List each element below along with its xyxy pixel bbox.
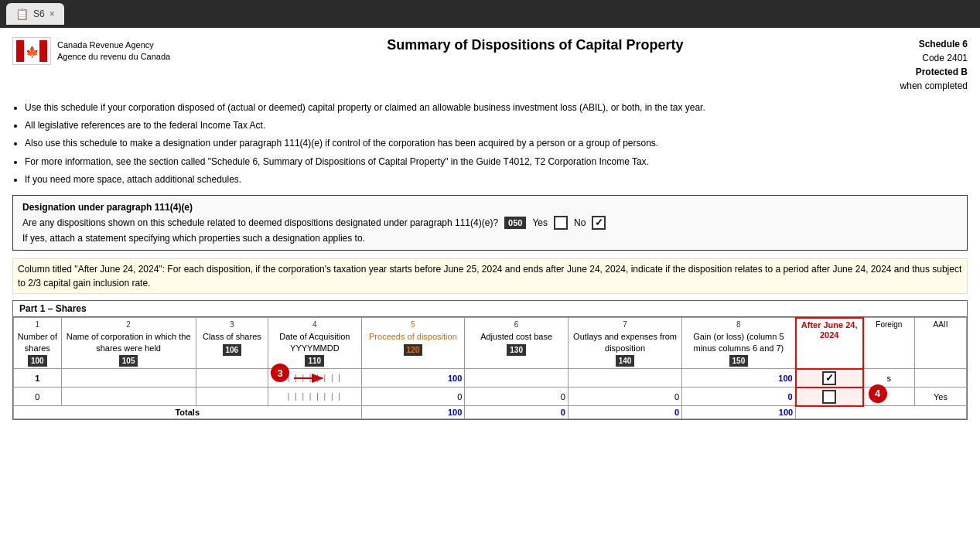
row-1-outlays[interactable] — [568, 369, 681, 388]
row-1-proceeds[interactable]: 100 — [361, 369, 465, 388]
logo-area: 🍁 Canada Revenue Agency Agence du revenu… — [12, 37, 170, 65]
no-checkbox[interactable] — [592, 216, 606, 230]
row-1-foreign-value: s — [887, 374, 892, 383]
totals-gain-value: 100 — [779, 408, 793, 417]
yes-label: Yes — [532, 217, 548, 228]
totals-acb: 0 — [465, 406, 569, 419]
no-label: No — [574, 217, 586, 228]
designation-note: If yes, attach a statement specifying wh… — [22, 233, 958, 244]
row-1-after-checkbox[interactable] — [822, 371, 836, 385]
table-row: 1 | | | | | | | | 3 — [14, 369, 967, 388]
designation-box: Designation under paragraph 111(4)(e) Ar… — [12, 195, 968, 251]
col-header-aaii: AAII — [914, 318, 966, 369]
tab-label: S6 — [33, 9, 45, 19]
circle-4-badge: 4 — [869, 384, 887, 403]
row-1-after[interactable] — [796, 369, 863, 388]
instructions-list: Use this schedule if your corporation di… — [12, 101, 968, 187]
row-1-date[interactable]: | | | | | | | | 3 — [268, 369, 361, 388]
date-tick-marks-2: | | | | | | | | — [288, 392, 342, 401]
svg-text:🍁: 🍁 — [26, 46, 39, 59]
instruction-1: Use this schedule if your corporation di… — [25, 101, 968, 115]
page-title: Summary of Dispositions of Capital Prope… — [170, 37, 900, 53]
totals-row: Totals 100 0 0 100 — [14, 406, 967, 419]
instruction-3: Also use this schedule to make a designa… — [25, 136, 968, 151]
svg-rect-0 — [16, 40, 24, 62]
tab-icon: 📋 — [15, 8, 29, 20]
row-2-class[interactable] — [196, 388, 268, 406]
col-header-7: 7 Outlays and expenses from disposition … — [568, 318, 681, 369]
row-2-acb: 0 — [465, 388, 569, 406]
part1-table: 1 Number of shares 100 2 Name of corpora… — [13, 317, 967, 419]
designation-title: Designation under paragraph 111(4)(e) — [22, 202, 958, 213]
row-2-num-shares: 0 — [14, 388, 62, 406]
totals-proceeds-value: 100 — [448, 408, 462, 417]
row-1-class[interactable] — [196, 369, 268, 388]
designation-row: Are any dispositions shown on this sched… — [22, 216, 958, 230]
part1-title: Part 1 – Shares — [13, 301, 967, 317]
col-header-1: 1 Number of shares 100 — [14, 318, 62, 369]
instruction-5: If you need more space, attach additiona… — [25, 172, 968, 187]
agency-fr: Agence du revenu du Canada — [57, 51, 170, 63]
row-2-proceeds: 0 — [361, 388, 465, 406]
row-2-date[interactable]: | | | | | | | | — [268, 388, 361, 406]
schedule-name: Schedule 6 — [900, 37, 968, 51]
row-1-gain-value: 100 — [778, 374, 792, 383]
svg-rect-2 — [39, 40, 47, 62]
row-2-aaii: Yes — [914, 388, 966, 406]
totals-label: Totals — [14, 406, 362, 419]
col-header-8: 8 Gain (or loss) (column 5 minus columns… — [682, 318, 796, 369]
row-2-corp-name[interactable] — [61, 388, 196, 406]
instruction-2: All legislative references are to the fe… — [25, 118, 968, 133]
col-header-foreign: Foreign — [863, 318, 915, 369]
protected-label: Protected B — [900, 65, 968, 79]
designation-question: Are any dispositions shown on this sched… — [22, 217, 498, 228]
agency-en: Canada Revenue Agency — [57, 39, 170, 51]
row-1-foreign[interactable]: s — [863, 369, 915, 388]
row-2-gain: 0 — [682, 388, 796, 406]
circle-3-badge: 3 — [271, 364, 289, 382]
col-header-4: 4 Date of Acquisition YYYYMMDD 110 — [268, 318, 361, 369]
part1-section: Part 1 – Shares 1 Number of shares 100 2… — [12, 300, 968, 420]
tab-close[interactable]: × — [50, 9, 55, 19]
col-header-6: 6 Adjusted cost base 130 — [465, 318, 569, 369]
col-header-2: 2 Name of corporation in which the share… — [61, 318, 196, 369]
field-050: 050 — [504, 217, 526, 229]
col-header-3: 3 Class of shares 106 — [196, 318, 268, 369]
row-1-aaii[interactable] — [914, 369, 966, 388]
totals-outlays-value: 0 — [674, 408, 679, 417]
when-completed: when completed — [900, 79, 968, 93]
agency-text: Canada Revenue Agency Agence du revenu d… — [57, 39, 170, 63]
totals-acb-value: 0 — [561, 408, 565, 417]
column-note: Column titled "After June 24, 2024": For… — [12, 258, 968, 294]
table-row: 0 | | | | | | | | 0 0 0 0 — [14, 388, 967, 406]
row-1-corp-name[interactable] — [61, 369, 196, 388]
totals-proceeds: 100 — [361, 406, 465, 419]
row-2-outlays: 0 — [568, 388, 681, 406]
row-2-gain-value: 0 — [788, 392, 793, 401]
schedule-code: Code 2401 — [900, 51, 968, 65]
col-header-5: 5 Proceeds of disposition 120 — [361, 318, 465, 369]
row-1-gain: 100 — [682, 369, 796, 388]
row-2-after-checkbox[interactable] — [822, 390, 836, 404]
instruction-4: For more information, see the section ca… — [25, 155, 968, 169]
row-2-after[interactable]: 4 — [796, 388, 863, 406]
canada-flag-icon: 🍁 — [12, 37, 51, 65]
row-1-proceeds-value: 100 — [448, 374, 462, 383]
page-header: 🍁 Canada Revenue Agency Agence du revenu… — [12, 37, 968, 93]
col-header-after: After June 24, 2024 — [796, 318, 863, 369]
yes-checkbox[interactable] — [554, 216, 568, 230]
totals-empty — [796, 406, 967, 419]
row-1-number: 1 — [14, 369, 62, 388]
totals-gain: 100 — [682, 406, 796, 419]
row-1-acb[interactable] — [465, 369, 569, 388]
instructions-section: Use this schedule if your corporation di… — [12, 101, 968, 187]
totals-outlays: 0 — [568, 406, 681, 419]
schedule-info: Schedule 6 Code 2401 Protected B when co… — [900, 37, 968, 93]
